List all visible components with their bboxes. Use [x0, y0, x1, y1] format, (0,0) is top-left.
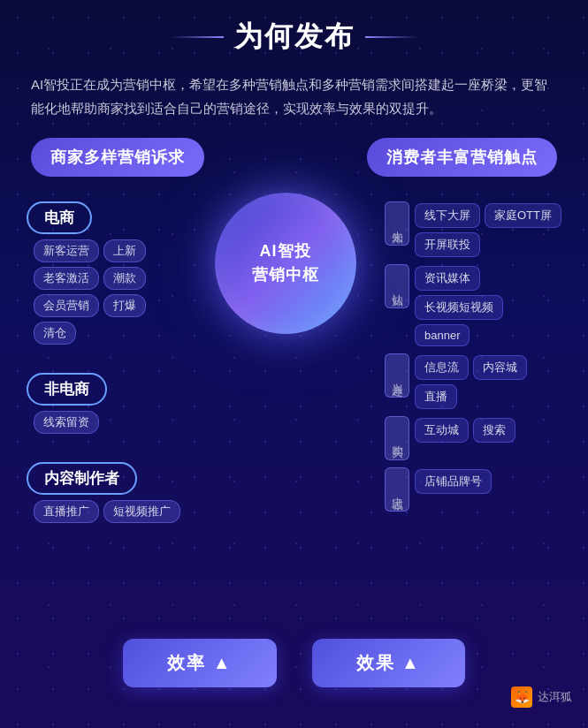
right-column: 未知 线下大屏 家庭OTT屏 开屏联投 认知 资讯媒体 长视频短视频 banne… [385, 193, 561, 512]
tag-ott: 家庭OTT屏 [485, 203, 561, 228]
tag-interactive-city: 互动城 [415, 418, 469, 443]
tag-content-city: 内容城 [473, 355, 527, 380]
purchase-tags: 互动城 搜索 [415, 416, 515, 443]
unknown-group: 未知 线下大屏 家庭OTT屏 开屏联投 [385, 201, 561, 257]
left-header-badge: 商家多样营销诉求 [31, 138, 204, 177]
awareness-group: 认知 资讯媒体 长视频短视频 banner [385, 264, 561, 346]
watermark-icon: 🦊 [511, 686, 532, 708]
right-header-badge: 消费者丰富营销触点 [367, 138, 557, 177]
content-creator-group: 内容制作者 直播推广 短视频推广 [27, 462, 186, 523]
tag-burst: 打爆 [103, 294, 146, 317]
ecommerce-tags: 新客运营 上新 老客激活 潮款 会员营销 打爆 清仓 [27, 239, 186, 345]
tag-search: 搜索 [473, 418, 515, 443]
ecommerce-label: 电商 [27, 201, 92, 234]
title-line-left [171, 36, 224, 38]
main-container: 为何发布 AI智投正在成为营销中枢，希望在多种营销触点和多种营销需求间搭建起一座… [0, 0, 588, 718]
left-column: 电商 新客运营 上新 老客激活 潮款 会员营销 打爆 清仓 非电商 [27, 193, 186, 523]
ai-hub-circle: AI智投 营销中枢 [215, 193, 356, 334]
up-arrow-icon-2: ▲ [401, 653, 421, 672]
spacer1 [27, 353, 186, 364]
watermark-text: 达洱狐 [538, 689, 572, 705]
spacer2 [27, 443, 186, 453]
non-ecommerce-tags: 线索留资 [27, 411, 186, 434]
tag-new-customer: 新客运营 [34, 239, 99, 262]
loyalty-label: 忠诚 [385, 467, 409, 512]
awareness-label: 认知 [385, 264, 409, 308]
interest-tags: 信息流 内容城 直播 [415, 353, 561, 409]
content-creator-label: 内容制作者 [27, 462, 137, 495]
tag-store-brand: 店铺品牌号 [415, 469, 492, 494]
loyalty-group: 忠诚 店铺品牌号 [385, 467, 561, 512]
tag-old-customer: 老客激活 [34, 267, 99, 290]
title-section: 为何发布 [27, 18, 561, 57]
content-creator-tags: 直播推广 短视频推广 [27, 500, 186, 523]
tag-leads: 线索留资 [34, 411, 99, 434]
tag-open-screen: 开屏联投 [415, 232, 480, 257]
tag-short-video-promo: 短视频推广 [103, 500, 180, 523]
ai-hub-label: AI智投 营销中枢 [252, 239, 319, 287]
title-line-right [365, 36, 418, 38]
page-title: 为何发布 [234, 18, 355, 57]
tag-trend: 潮款 [103, 267, 146, 290]
effect-button[interactable]: 效果 ▲ [312, 639, 465, 687]
unknown-label: 未知 [385, 201, 409, 246]
tag-long-short-video: 长视频短视频 [415, 295, 503, 320]
non-ecommerce-group: 非电商 线索留资 [27, 373, 186, 434]
awareness-tags: 资讯媒体 长视频短视频 banner [415, 264, 561, 346]
tag-feed: 信息流 [415, 355, 469, 380]
tag-news-media: 资讯媒体 [415, 266, 480, 291]
tag-live-promo: 直播推广 [34, 500, 99, 523]
center-column: AI智投 营销中枢 [186, 193, 385, 334]
up-arrow-icon: ▲ [213, 653, 233, 672]
purchase-label: 购买 [385, 416, 409, 460]
interest-group: 兴趣 信息流 内容城 直播 [385, 353, 561, 409]
watermark: 🦊 达洱狐 [511, 686, 572, 708]
efficiency-button[interactable]: 效率 ▲ [123, 639, 276, 687]
interest-label: 兴趣 [385, 353, 409, 398]
columns-header: 商家多样营销诉求 消费者丰富营销触点 [27, 138, 561, 177]
tag-live: 直播 [415, 384, 457, 409]
tag-offline-screen: 线下大屏 [415, 203, 480, 228]
loyalty-tags: 店铺品牌号 [415, 467, 492, 494]
purchase-group: 购买 互动城 搜索 [385, 416, 561, 460]
unknown-tags: 线下大屏 家庭OTT屏 开屏联投 [415, 201, 561, 257]
bottom-buttons: 效率 ▲ 效果 ▲ [27, 639, 561, 687]
diagram-area: 电商 新客运营 上新 老客激活 潮款 会员营销 打爆 清仓 非电商 [27, 193, 561, 617]
tag-clearance: 清仓 [34, 322, 76, 345]
ecommerce-group: 电商 新客运营 上新 老客激活 潮款 会员营销 打爆 清仓 [27, 201, 186, 345]
description-text: AI智投正在成为营销中枢，希望在多种营销触点和多种营销需求间搭建起一座桥梁，更智… [27, 72, 561, 120]
non-ecommerce-label: 非电商 [27, 373, 107, 406]
tag-member: 会员营销 [34, 294, 99, 317]
tag-launch: 上新 [103, 239, 146, 262]
tag-banner: banner [415, 324, 470, 346]
